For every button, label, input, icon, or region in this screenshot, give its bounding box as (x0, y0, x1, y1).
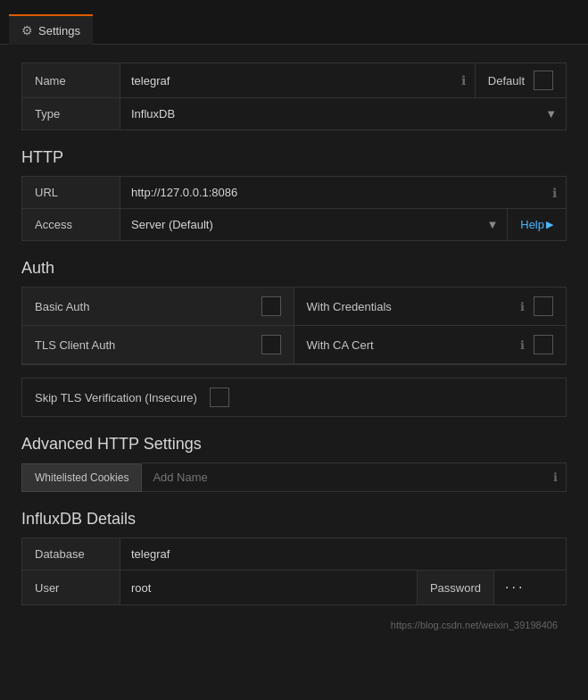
tls-client-auth-label: TLS Client Auth (35, 338, 253, 352)
add-name-wrapper: ℹ (142, 462, 567, 492)
password-input-cell: ··· (494, 571, 566, 604)
with-credentials-cell: With Credentials ℹ (294, 288, 567, 326)
with-credentials-info-icon: ℹ (520, 300, 525, 313)
with-ca-cert-cell: With CA Cert ℹ (294, 326, 567, 364)
url-row: URL ℹ (21, 176, 567, 209)
http-section: HTTP URL ℹ Access Server (Default) ▼ Hel… (21, 148, 567, 241)
default-checkbox[interactable] (534, 71, 553, 90)
tls-client-auth-cell: TLS Client Auth (22, 326, 294, 364)
type-select-cell: InfluxDB ▼ (120, 98, 566, 129)
influxdb-heading: InfluxDB Details (21, 510, 567, 529)
watermark: https://blog.csdn.net/weixin_39198406 (21, 614, 567, 636)
database-input[interactable] (120, 538, 566, 570)
with-ca-cert-checkbox[interactable] (534, 335, 553, 354)
help-label: Help (520, 218, 544, 231)
with-credentials-label: With Credentials (307, 300, 512, 313)
skip-tls-checkbox[interactable] (210, 388, 229, 407)
basic-auth-checkbox[interactable] (261, 296, 281, 316)
basic-auth-label: Basic Auth (35, 300, 253, 313)
access-select[interactable]: Server (Default) (120, 209, 507, 240)
name-default-row: Name ℹ Default (21, 62, 567, 98)
name-input[interactable] (120, 65, 475, 96)
whitelisted-section: Whitelisted Cookies ℹ (21, 462, 567, 492)
with-ca-cert-label: With CA Cert (307, 338, 512, 352)
add-name-info-icon: ℹ (553, 471, 558, 484)
user-label: User (22, 571, 120, 604)
whitelisted-cookies-button[interactable]: Whitelisted Cookies (21, 463, 142, 492)
database-label: Database (22, 538, 120, 570)
name-info-icon: ℹ (461, 73, 466, 88)
name-input-cell: ℹ (120, 63, 476, 97)
user-row: User Password ··· (21, 571, 567, 605)
type-label: Type (22, 98, 120, 129)
advanced-http-heading: Advanced HTTP Settings (21, 435, 567, 454)
type-select[interactable]: InfluxDB (120, 98, 566, 129)
password-label: Password (418, 571, 494, 604)
influxdb-section: InfluxDB Details Database User Password … (21, 510, 567, 605)
tab-settings[interactable]: ⚙ Settings (9, 14, 93, 45)
access-select-cell: Server (Default) ▼ (120, 209, 508, 240)
user-input[interactable] (120, 572, 417, 604)
add-name-input[interactable] (142, 462, 567, 492)
url-label: URL (22, 177, 120, 208)
url-input-cell: ℹ (120, 177, 566, 208)
tls-client-auth-checkbox[interactable] (261, 335, 281, 354)
default-label: Default (488, 74, 525, 88)
http-heading: HTTP (21, 148, 567, 167)
access-label: Access (22, 209, 120, 240)
basic-auth-cell: Basic Auth (22, 288, 294, 326)
url-info-icon: ℹ (552, 186, 557, 200)
type-row: Type InfluxDB ▼ (21, 98, 567, 130)
settings-icon: ⚙ (21, 23, 33, 38)
auth-heading: Auth (21, 259, 567, 278)
tab-bar: ⚙ Settings (0, 0, 588, 45)
password-dots: ··· (505, 579, 525, 596)
url-input[interactable] (120, 177, 566, 208)
database-row: Database (21, 538, 567, 571)
with-credentials-checkbox[interactable] (534, 296, 553, 316)
main-content: Name ℹ Default Type InfluxDB ▼ HTTP URL … (0, 45, 588, 654)
access-row: Access Server (Default) ▼ Help ▶ (21, 209, 567, 241)
user-input-cell (120, 571, 418, 604)
help-link[interactable]: Help ▶ (520, 218, 553, 231)
tab-settings-label: Settings (38, 24, 80, 38)
database-input-cell (120, 538, 566, 570)
help-cell: Help ▶ (508, 209, 566, 240)
default-section: Default (476, 63, 566, 97)
with-ca-cert-info-icon: ℹ (520, 338, 525, 352)
auth-grid: Basic Auth With Credentials ℹ TLS Client… (21, 287, 567, 365)
skip-tls-label: Skip TLS Verification (Insecure) (35, 391, 197, 404)
skip-tls-row: Skip TLS Verification (Insecure) (21, 378, 567, 417)
help-arrow-icon: ▶ (546, 219, 553, 230)
name-label: Name (22, 63, 120, 97)
